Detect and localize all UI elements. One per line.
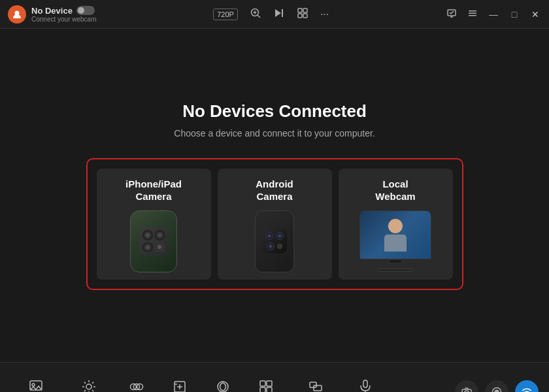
webcam-card-title: LocalWebcam bbox=[375, 178, 415, 203]
maximize-button[interactable]: □ bbox=[508, 9, 520, 20]
main-content: No Devices Connected Choose a device and… bbox=[0, 29, 549, 362]
stream-button[interactable] bbox=[446, 8, 458, 20]
person-head bbox=[388, 219, 403, 233]
iphone-illustration bbox=[103, 210, 205, 273]
zoom-in-icon[interactable] bbox=[250, 7, 261, 22]
camera-snap-button[interactable] bbox=[455, 380, 478, 393]
svg-marker-5 bbox=[275, 9, 281, 17]
bottom-item-adjustment[interactable]: Adjustment bbox=[65, 372, 114, 393]
android-camera bbox=[262, 229, 287, 253]
svg-point-46 bbox=[495, 389, 499, 392]
svg-rect-7 bbox=[298, 8, 302, 12]
layout-icon[interactable] bbox=[297, 7, 308, 22]
close-button[interactable]: ✕ bbox=[529, 9, 541, 20]
title-center: 720P ··· bbox=[213, 7, 329, 22]
device-toggle[interactable] bbox=[76, 6, 95, 15]
webcam-wrapper bbox=[359, 210, 431, 272]
bottom-item-filter[interactable]: Filter bbox=[116, 372, 157, 393]
filter-icon bbox=[127, 378, 146, 393]
app-icon bbox=[8, 5, 26, 24]
webcam-screen-body bbox=[359, 210, 431, 259]
svg-point-18 bbox=[32, 384, 35, 386]
svg-rect-16 bbox=[469, 15, 476, 16]
svg-rect-40 bbox=[363, 380, 367, 387]
multiscenes-icon bbox=[307, 378, 325, 393]
title-name-row: No Device bbox=[31, 6, 97, 16]
svg-rect-8 bbox=[303, 8, 307, 12]
camera-lens-3 bbox=[142, 242, 153, 253]
svg-rect-15 bbox=[469, 13, 476, 14]
svg-rect-35 bbox=[267, 381, 272, 386]
android-card-title: AndroidCamera bbox=[256, 178, 293, 203]
android-lens-3 bbox=[267, 242, 274, 250]
bottom-item-background[interactable]: Background bbox=[10, 372, 62, 393]
svg-rect-6 bbox=[282, 9, 283, 17]
svg-rect-36 bbox=[260, 387, 265, 393]
content-icon bbox=[171, 378, 189, 393]
resolution-badge[interactable]: 720P bbox=[213, 8, 238, 20]
wifi-stream-button[interactable] bbox=[515, 380, 539, 393]
svg-rect-38 bbox=[310, 382, 316, 387]
menu-button[interactable] bbox=[467, 8, 478, 20]
android-body bbox=[255, 210, 294, 272]
device-cards-container: iPhone/iPadCamera AndroidCamera bbox=[86, 158, 463, 290]
more-icon[interactable]: ··· bbox=[320, 8, 329, 20]
webcam-foot bbox=[378, 269, 414, 272]
webcam-card[interactable]: LocalWebcam bbox=[339, 169, 453, 280]
title-left: No Device Connect your webcam bbox=[8, 5, 97, 24]
svg-line-26 bbox=[84, 390, 86, 391]
svg-line-27 bbox=[92, 382, 93, 383]
svg-point-19 bbox=[86, 384, 92, 389]
svg-line-25 bbox=[92, 390, 93, 391]
no-device-subtitle: Choose a device and connect it to your c… bbox=[174, 128, 374, 139]
mic-icon bbox=[356, 378, 374, 393]
title-info: No Device Connect your webcam bbox=[31, 6, 97, 23]
iphone-body bbox=[130, 210, 177, 272]
bottom-item-mic[interactable]: Mic bbox=[345, 372, 386, 393]
person-silhouette bbox=[384, 219, 407, 252]
webcam-stand bbox=[395, 263, 397, 269]
android-card[interactable]: AndroidCamera bbox=[218, 169, 332, 280]
person-body bbox=[384, 235, 407, 252]
minimize-button[interactable]: — bbox=[488, 9, 499, 20]
app-subtitle: Connect your webcam bbox=[31, 16, 97, 23]
svg-rect-34 bbox=[260, 381, 265, 386]
iphone-card[interactable]: iPhone/iPadCamera bbox=[97, 169, 211, 280]
bottom-item-brand[interactable]: Brand bbox=[203, 372, 243, 393]
title-right: — □ ✕ bbox=[446, 8, 541, 20]
camera-lens-1 bbox=[142, 230, 153, 240]
svg-rect-37 bbox=[267, 387, 272, 393]
camera-lens-2 bbox=[155, 230, 165, 240]
svg-rect-14 bbox=[469, 10, 476, 12]
svg-line-2 bbox=[258, 15, 260, 18]
record-button[interactable] bbox=[485, 380, 508, 393]
theme-icon bbox=[257, 378, 275, 393]
iphone-card-title: iPhone/iPadCamera bbox=[125, 178, 182, 203]
bottom-items: Background Adjustment bbox=[10, 372, 455, 393]
android-lens-1 bbox=[265, 232, 273, 240]
svg-line-24 bbox=[84, 382, 86, 383]
svg-rect-39 bbox=[314, 385, 322, 391]
no-device-title: No Devices Connected bbox=[182, 101, 367, 122]
brand-icon bbox=[214, 378, 232, 393]
android-lens-2 bbox=[276, 232, 284, 240]
bottom-item-multiscenes[interactable]: Multi-scenes bbox=[289, 372, 342, 393]
svg-rect-10 bbox=[303, 14, 307, 18]
iphone-camera bbox=[139, 227, 168, 255]
bottom-item-theme[interactable]: Theme bbox=[246, 372, 286, 393]
skip-icon[interactable] bbox=[273, 7, 285, 22]
bottom-right-controls bbox=[455, 380, 539, 393]
webcam-illustration bbox=[345, 210, 446, 273]
adjustment-icon bbox=[80, 378, 98, 393]
bottom-bar: Background Adjustment bbox=[0, 362, 549, 392]
webcam-screen bbox=[360, 211, 431, 259]
app-title: No Device bbox=[31, 6, 73, 16]
background-icon bbox=[27, 378, 45, 393]
android-illustration bbox=[224, 210, 325, 273]
title-bar: No Device Connect your webcam 720P bbox=[0, 0, 549, 29]
svg-rect-9 bbox=[298, 14, 302, 18]
bottom-item-content[interactable]: Content bbox=[159, 372, 200, 393]
